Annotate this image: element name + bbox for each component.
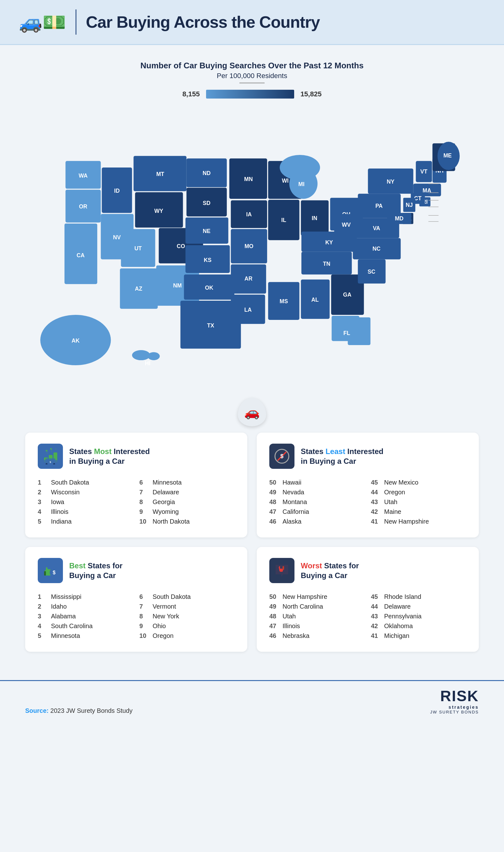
rank: 5 — [38, 518, 47, 525]
rank: 44 — [371, 603, 380, 610]
rank: 7 — [139, 489, 148, 496]
scale-bar — [206, 90, 294, 99]
state-name: Maine — [384, 508, 401, 516]
svg-rect-80 — [44, 571, 46, 576]
car-icon: 🚙💵 — [19, 11, 66, 33]
state-name: Oregon — [152, 632, 174, 640]
svg-text:MD: MD — [395, 215, 403, 222]
panel-worst-states: Worst States forBuying a Car 50New Hamps… — [257, 547, 479, 652]
list-item: 45Rhode Island — [371, 592, 466, 602]
svg-text:GA: GA — [343, 292, 352, 298]
rank: 8 — [139, 613, 148, 620]
list-item: 7Vermont — [139, 602, 235, 611]
rank: 9 — [139, 623, 148, 630]
rank: 1 — [38, 593, 47, 601]
list-item: 41New Hampshire — [371, 517, 466, 526]
rank: 50 — [269, 479, 278, 486]
svg-text:$: $ — [53, 570, 56, 575]
state-name: Wisconsin — [51, 489, 79, 496]
list-item: 50Hawaii — [269, 477, 365, 487]
scale-subtitle: Per 100,000 Residents — [25, 72, 479, 80]
rank: 2 — [38, 489, 47, 496]
rank: 42 — [371, 508, 380, 516]
state-name: South Dakota — [152, 593, 191, 601]
state-name: New York — [152, 613, 179, 620]
svg-text:ID: ID — [114, 188, 120, 194]
state-alaska: AK — [40, 315, 111, 365]
state-name: Indiana — [51, 518, 72, 525]
svg-text:NJ: NJ — [406, 202, 413, 208]
list-item: 9Ohio — [139, 621, 235, 631]
svg-text:FL: FL — [343, 330, 350, 336]
worst-states-list: 50New Hampshire 49North Carolina 48Utah … — [269, 592, 466, 641]
state-name: Oregon — [384, 489, 405, 496]
pin-car-icon: 🚗 — [238, 398, 266, 426]
svg-text:CO: CO — [177, 243, 185, 249]
panel-best-header: $ Best States forBuying a Car — [38, 558, 235, 583]
footer-logo: RISK strategies JW SURETY BONDS — [430, 687, 479, 714]
svg-text:IL: IL — [281, 217, 286, 223]
svg-text:AL: AL — [311, 297, 319, 303]
rank: 49 — [269, 603, 278, 610]
car-pin: 🚗 — [25, 398, 479, 426]
list-item: 41Michigan — [371, 631, 466, 641]
state-name: Illinois — [51, 508, 69, 516]
state-name: Nebraska — [283, 632, 310, 640]
state-name: North Carolina — [283, 603, 323, 610]
rank: 48 — [269, 499, 278, 506]
source-label: Source: — [25, 707, 49, 714]
list-item: 42Oklahoma — [371, 621, 466, 631]
state-name: Wyoming — [152, 508, 179, 516]
scale-divider — [239, 83, 265, 84]
list-item: 1South Dakota — [38, 477, 133, 487]
svg-point-3 — [132, 350, 150, 360]
main-content: Number of Car Buying Searches Over the P… — [0, 45, 504, 680]
state-name: Idaho — [51, 603, 67, 610]
rank: 44 — [371, 489, 380, 496]
state-name: Utah — [283, 613, 296, 620]
state-name: Illinois — [283, 623, 300, 630]
svg-text:WV: WV — [342, 222, 351, 228]
list-item: 4South Carolina — [38, 621, 133, 631]
rank: 10 — [139, 518, 148, 525]
state-name: Nevada — [283, 489, 304, 496]
footer-source: Source: 2023 JW Surety Bonds Study — [25, 707, 132, 714]
state-name: New Hampshire — [283, 593, 327, 601]
list-item: 44Delaware — [371, 602, 466, 611]
list-item: 43Utah — [371, 497, 466, 507]
us-map: AK HI WA OR CA ID NV — [25, 108, 479, 390]
scale-max: 15,825 — [301, 90, 322, 98]
list-item: 44Oregon — [371, 487, 466, 497]
svg-text:WY: WY — [154, 208, 163, 214]
list-item: 47California — [269, 507, 365, 517]
list-item: 9Wyoming — [139, 507, 235, 517]
list-item: 6Minnesota — [139, 477, 235, 487]
least-highlight: Least — [326, 447, 345, 456]
rank: 50 — [269, 593, 278, 601]
rank: 5 — [38, 632, 47, 640]
state-name: Utah — [384, 499, 397, 506]
rank: 1 — [38, 479, 47, 486]
svg-text:MO: MO — [245, 243, 253, 249]
svg-text:LA: LA — [244, 307, 252, 313]
panel-best-states: $ Best States forBuying a Car 1Mississip… — [25, 547, 247, 652]
state-name: Delaware — [152, 489, 179, 496]
list-item: 2Idaho — [38, 602, 133, 611]
state-name: South Dakota — [51, 479, 89, 486]
panels-container: $ ↑ ↑ ↑ States Most Interestedin Buying … — [25, 433, 479, 652]
svg-text:AR: AR — [245, 276, 253, 282]
svg-text:VA: VA — [373, 225, 380, 231]
list-item: 5Minnesota — [38, 631, 133, 641]
state-name: Vermont — [152, 603, 176, 610]
svg-text:WA: WA — [79, 173, 88, 179]
svg-text:CA: CA — [77, 252, 85, 259]
rank: 41 — [371, 518, 380, 525]
svg-text:TX: TX — [207, 323, 214, 329]
panel-most-header: $ ↑ ↑ ↑ States Most Interestedin Buying … — [38, 444, 235, 469]
list-item: 46Nebraska — [269, 631, 365, 641]
logo-risk: RISK — [440, 687, 479, 705]
rank: 9 — [139, 508, 148, 516]
list-item: 10North Dakota — [139, 517, 235, 526]
svg-text:MN: MN — [244, 176, 253, 182]
best-highlight: Best — [69, 561, 86, 570]
